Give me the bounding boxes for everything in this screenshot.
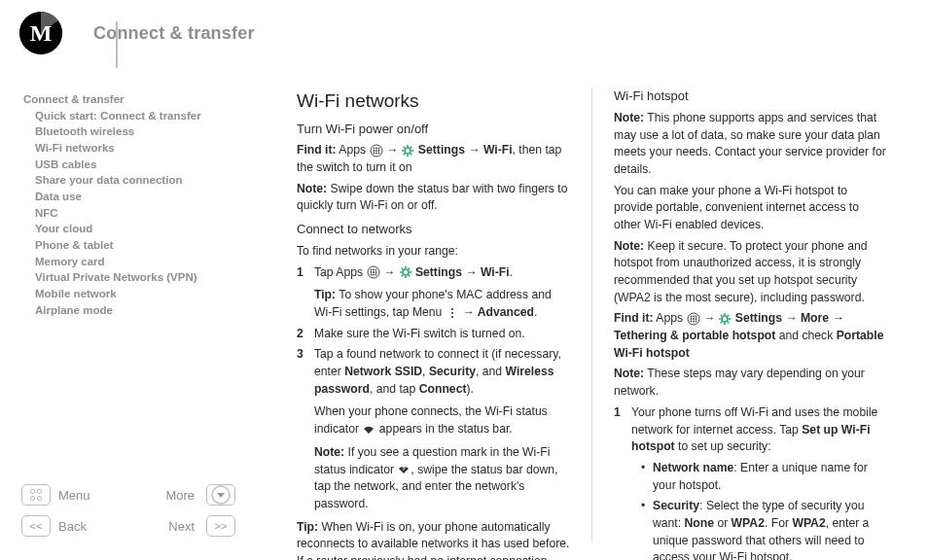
nav-item[interactable]: Quick start: Connect & transfer xyxy=(23,108,266,124)
gear-icon xyxy=(399,265,412,279)
disc-down-icon xyxy=(210,484,232,506)
step-1: 1 Tap Apps → Settings → Wi-Fi. Tip: To s… xyxy=(297,264,570,322)
hotspot-note1: Note: This phone supports apps and servi… xyxy=(614,110,887,179)
nav-item[interactable]: Bluetooth wireless xyxy=(23,123,266,140)
back-label[interactable]: Back xyxy=(58,519,126,534)
subheading-power: Turn Wi-Fi power on/off xyxy=(297,121,570,139)
nav-item[interactable]: Mobile network xyxy=(23,286,266,302)
hotspot-step-1: 1 Your phone turns off Wi-Fi and uses th… xyxy=(614,404,887,560)
hotspot-findit: Find it: Apps → Settings → More → Tether… xyxy=(614,310,887,362)
subheading-connect: Connect to networks xyxy=(297,221,570,239)
note-swipe: Note: Swipe down the status bar with two… xyxy=(297,181,570,215)
menu-dots-icon xyxy=(446,306,459,320)
bullet-security: Security: Select the type of security yo… xyxy=(641,498,887,560)
nav-item[interactable]: NFC xyxy=(23,205,266,222)
step-3-when: When your phone connects, the Wi-Fi stat… xyxy=(314,403,570,438)
heading-hotspot: Wi-Fi hotspot xyxy=(614,88,887,106)
step-3-note: Note: If you see a question mark in the … xyxy=(314,444,570,513)
back-button[interactable]: << xyxy=(21,515,51,537)
nav-item[interactable]: Memory card xyxy=(23,254,266,270)
next-button[interactable]: >> xyxy=(206,515,235,537)
find-it-line: Find it: Apps → Settings → Wi-Fi, then t… xyxy=(297,142,570,176)
step-2: 2Make sure the Wi-Fi switch is turned on… xyxy=(297,326,570,343)
hotspot-p1: You can make your phone a Wi-Fi hotspot … xyxy=(614,183,887,234)
bottom-nav: Menu More << Back Next >> xyxy=(21,484,253,537)
apps-icon xyxy=(367,265,380,279)
nav-item[interactable]: Data use xyxy=(23,189,266,205)
next-label[interactable]: Next xyxy=(132,519,200,534)
heading-wifi-networks: Wi-Fi networks xyxy=(297,88,570,115)
more-label[interactable]: More xyxy=(132,488,200,503)
wifi-full-icon xyxy=(362,423,375,437)
column-wifi-networks: Wi-Fi networks Turn Wi-Fi power on/off F… xyxy=(275,88,592,542)
gear-icon xyxy=(718,312,732,326)
menu-icon xyxy=(30,489,42,501)
nav-item[interactable]: USB cables xyxy=(23,157,266,173)
menu-label[interactable]: Menu xyxy=(58,488,126,503)
step-3: 3 Tap a found network to connect it (if … xyxy=(297,346,570,512)
nav-root[interactable]: Connect & transfer xyxy=(23,91,266,108)
wifi-question-icon xyxy=(397,463,410,476)
apps-icon xyxy=(687,312,700,326)
nav-item[interactable]: Your cloud xyxy=(23,221,266,237)
toc-nav: Connect & transfer Quick start: Connect … xyxy=(23,91,266,318)
nav-item[interactable]: Phone & tablet xyxy=(23,237,266,254)
hotspot-note3: Note: These steps may vary depending on … xyxy=(614,366,887,400)
nav-item[interactable]: Share your data connection xyxy=(23,172,266,189)
nav-item[interactable]: Airplane mode xyxy=(23,302,266,319)
connect-intro: To find networks in your range: xyxy=(297,243,570,261)
bullet-network-name: Network name: Enter a unique name for yo… xyxy=(641,460,887,494)
more-button[interactable] xyxy=(206,484,235,506)
nav-item[interactable]: Wi-Fi networks xyxy=(23,140,266,157)
column-wifi-hotspot: Wi-Fi hotspot Note: This phone supports … xyxy=(592,88,909,542)
apps-icon xyxy=(370,144,383,158)
gear-icon xyxy=(401,144,414,158)
step-1-tip: Tip: To show your phone's MAC address an… xyxy=(314,287,570,321)
menu-button[interactable] xyxy=(21,484,51,506)
tip-reconnect: Tip: When Wi-Fi is on, your phone automa… xyxy=(297,519,570,560)
hotspot-note2: Note: Keep it secure. To protect your ph… xyxy=(614,238,887,307)
nav-item[interactable]: Virtual Private Networks (VPN) xyxy=(23,269,266,286)
